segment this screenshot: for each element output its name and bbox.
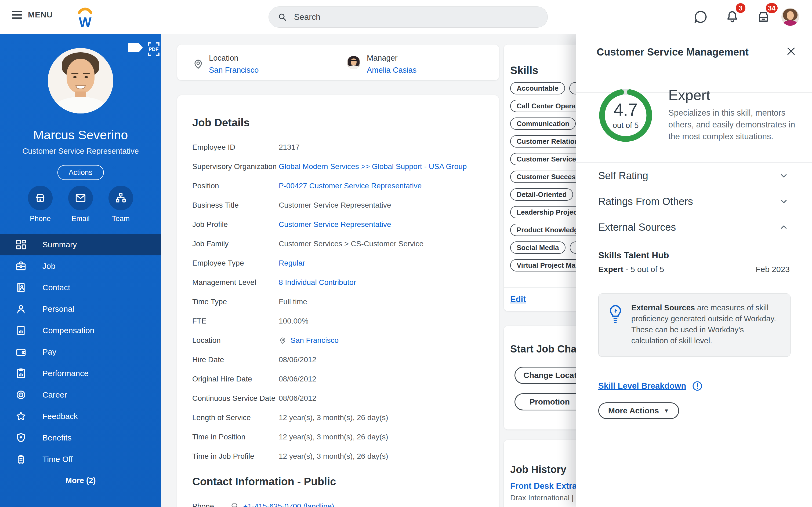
skill-level-breakdown[interactable]: Skill Level Breakdown xyxy=(598,381,703,391)
sidebar-item-career[interactable]: Career xyxy=(0,384,161,406)
pdf-export-icon[interactable]: PDF xyxy=(147,42,160,58)
topbar-divider xyxy=(62,0,62,34)
field-label: Job Family xyxy=(192,239,279,248)
field-value[interactable]: Global Modern Services >> Global Support… xyxy=(279,162,467,171)
job-detail-row-management-level: Management Level8 Individual Contributor xyxy=(192,273,484,292)
sidebar-more[interactable]: More (2) xyxy=(0,476,161,485)
personal-icon xyxy=(15,303,27,315)
field-label: Time in Position xyxy=(192,433,279,441)
skill-chip-social-media[interactable]: Social Media xyxy=(510,241,565,254)
sidebar-item-label: Time Off xyxy=(42,455,73,464)
job-detail-row-location: LocationSan Francisco xyxy=(192,331,484,350)
job-detail-row-employee-type: Employee TypeRegular xyxy=(192,253,484,273)
field-label: Management Level xyxy=(192,278,279,287)
skill-level-breakdown-link[interactable]: Skill Level Breakdown xyxy=(598,381,686,391)
sidebar-item-benefits[interactable]: Benefits xyxy=(0,427,161,449)
skill-level-name: Expert xyxy=(668,87,710,103)
rating-accordion: Self RatingRatings From OthersExternal S… xyxy=(576,162,812,239)
sidebar-item-contact[interactable]: Contact xyxy=(0,277,161,298)
sidebar-item-feedback[interactable]: Feedback xyxy=(0,406,161,427)
info-alert-icon[interactable] xyxy=(692,381,703,391)
job-detail-row-time-in-job-profile: Time in Job Profile12 year(s), 3 month(s… xyxy=(192,447,484,466)
accordion-self-rating[interactable]: Self Rating xyxy=(576,162,812,188)
chat-icon[interactable] xyxy=(693,10,708,24)
sidebar-item-job[interactable]: Job xyxy=(0,256,161,277)
accordion-external-sources[interactable]: External Sources xyxy=(576,214,812,239)
field-value: 21317 xyxy=(279,143,300,152)
workday-logo-icon[interactable]: W xyxy=(76,5,95,30)
sidebar-item-label: Career xyxy=(42,390,67,399)
sidebar-item-label: Contact xyxy=(42,283,70,292)
lightbulb-icon xyxy=(607,304,624,325)
job-details-card: Job Details Employee ID21317Supervisory … xyxy=(177,95,499,507)
job-details-title: Job Details xyxy=(192,117,484,129)
external-source-row: Expert - 5 out of 5 Feb 2023 xyxy=(598,265,790,274)
sidebar-item-label: Personal xyxy=(42,304,74,314)
user-avatar[interactable] xyxy=(781,8,799,26)
location-pin-icon xyxy=(279,336,287,345)
svg-text:W: W xyxy=(79,15,92,30)
phone-value-link[interactable]: +1-415-635-0700 (landline) xyxy=(243,502,334,507)
skill-chip-detail-oriented[interactable]: Detail-Oriented xyxy=(510,188,573,201)
sidebar-item-label: Benefits xyxy=(42,433,71,442)
field-label: Employee Type xyxy=(192,259,279,268)
skill-chip-accountable[interactable]: Accountable xyxy=(510,82,565,95)
actions-button[interactable]: Actions xyxy=(57,165,104,180)
notifications-badge: 3 xyxy=(735,2,747,14)
promotion-button[interactable]: Promotion xyxy=(514,393,585,410)
sidebar-item-performance[interactable]: Performance xyxy=(0,363,161,384)
menu-button[interactable]: MENU xyxy=(12,10,53,19)
skill-chip-customer-success[interactable]: Customer Success xyxy=(510,171,586,183)
quick-action-label: Email xyxy=(60,215,101,223)
sidebar-item-compensation[interactable]: Compensation xyxy=(0,320,161,341)
job-detail-row-continuous-service-date: Continuous Service Date08/06/2012 xyxy=(192,389,484,408)
sidebar-item-summary[interactable]: Summary xyxy=(0,234,161,256)
phone-label: Phone xyxy=(192,502,230,507)
pay-icon xyxy=(15,346,27,358)
panel-header: Customer Service Management xyxy=(576,34,812,93)
search-bar[interactable] xyxy=(268,6,548,27)
summary-icon xyxy=(15,239,27,250)
menu-label: MENU xyxy=(28,10,53,19)
manager-avatar[interactable] xyxy=(347,56,360,69)
phone-icon xyxy=(28,186,53,210)
field-label: Hire Date xyxy=(192,355,279,364)
external-source-date: Feb 2023 xyxy=(756,265,790,274)
external-source-rating: Expert - 5 out of 5 xyxy=(598,265,664,274)
accordion-ratings-from-others[interactable]: Ratings From Others xyxy=(576,188,812,214)
rating-ring: 4.7 out of 5 xyxy=(596,86,655,145)
manager-link[interactable]: Amelia Casias xyxy=(367,66,416,74)
search-icon xyxy=(278,13,287,22)
caret-down-icon: ▼ xyxy=(664,408,669,414)
quick-action-email[interactable]: Email xyxy=(60,186,101,223)
employee-photo[interactable] xyxy=(48,48,113,113)
skill-chip-communication[interactable]: Communication xyxy=(510,117,576,130)
field-value[interactable]: Regular xyxy=(279,259,305,268)
field-value[interactable]: San Francisco xyxy=(279,336,339,345)
quick-action-team[interactable]: Team xyxy=(101,186,141,223)
accordion-label: External Sources xyxy=(598,222,676,233)
more-actions-label: More Actions xyxy=(608,406,659,415)
close-icon[interactable] xyxy=(785,45,797,57)
sidebar-item-time-off[interactable]: Time Off xyxy=(0,449,161,470)
tag-icon[interactable] xyxy=(128,43,143,52)
skills-edit-link[interactable]: Edit xyxy=(510,294,526,304)
field-value[interactable]: 8 Individual Contributor xyxy=(279,278,356,287)
sidebar-item-pay[interactable]: Pay xyxy=(0,341,161,363)
team-icon xyxy=(108,186,133,210)
hamburger-icon xyxy=(12,11,22,19)
avatar-shirt xyxy=(783,20,797,26)
sidebar-item-personal[interactable]: Personal xyxy=(0,298,161,320)
quick-action-phone[interactable]: Phone xyxy=(20,186,60,223)
search-input[interactable] xyxy=(294,12,530,22)
field-value[interactable]: Customer Service Representative xyxy=(279,220,391,229)
field-value[interactable]: P-00427 Customer Service Representative xyxy=(279,182,421,190)
sidebar-item-label: Pay xyxy=(42,347,56,356)
infobox-text: External Sources are measures of skill p… xyxy=(631,302,782,348)
feedback-icon xyxy=(15,410,27,422)
job-detail-row-hire-date: Hire Date08/06/2012 xyxy=(192,350,484,370)
chevron-down-icon xyxy=(779,171,789,181)
more-actions-button[interactable]: More Actions ▼ xyxy=(598,402,679,419)
field-label: Business Title xyxy=(192,201,279,210)
location-link[interactable]: San Francisco xyxy=(209,66,259,74)
